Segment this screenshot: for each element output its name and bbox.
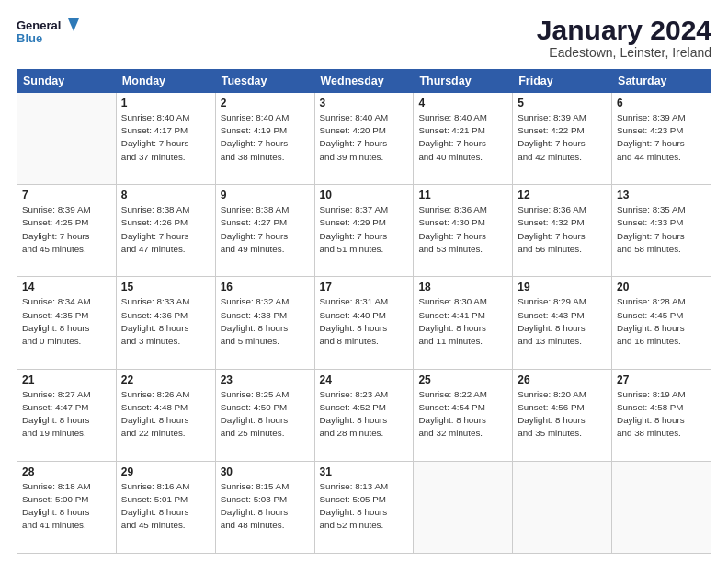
day-info: Sunrise: 8:13 AM Sunset: 5:05 PM Dayligh… — [320, 480, 409, 533]
day-cell: 27Sunrise: 8:19 AM Sunset: 4:58 PM Dayli… — [612, 369, 711, 461]
day-info: Sunrise: 8:40 AM Sunset: 4:20 PM Dayligh… — [320, 111, 409, 164]
day-info: Sunrise: 8:39 AM Sunset: 4:23 PM Dayligh… — [617, 111, 706, 164]
col-friday: Friday — [513, 70, 612, 93]
day-cell: 15Sunrise: 8:33 AM Sunset: 4:36 PM Dayli… — [116, 277, 215, 369]
day-number: 4 — [418, 97, 507, 109]
title-block: January 2024 Eadestown, Leinster, Irelan… — [537, 15, 711, 60]
col-monday: Monday — [116, 70, 215, 93]
day-cell: 8Sunrise: 8:38 AM Sunset: 4:26 PM Daylig… — [116, 185, 215, 277]
day-number: 31 — [320, 465, 409, 478]
day-cell — [513, 461, 612, 553]
day-number: 8 — [121, 189, 210, 201]
day-number: 1 — [121, 97, 210, 109]
day-cell: 5Sunrise: 8:39 AM Sunset: 4:22 PM Daylig… — [513, 93, 612, 185]
week-row-3: 14Sunrise: 8:34 AM Sunset: 4:35 PM Dayli… — [17, 277, 711, 369]
day-number: 15 — [121, 281, 210, 293]
week-row-1: 1Sunrise: 8:40 AM Sunset: 4:17 PM Daylig… — [17, 93, 711, 185]
day-cell: 31Sunrise: 8:13 AM Sunset: 5:05 PM Dayli… — [314, 461, 414, 553]
day-cell: 13Sunrise: 8:35 AM Sunset: 4:33 PM Dayli… — [612, 185, 711, 277]
day-cell: 14Sunrise: 8:34 AM Sunset: 4:35 PM Dayli… — [17, 277, 117, 369]
day-number: 20 — [617, 281, 706, 293]
day-cell: 19Sunrise: 8:29 AM Sunset: 4:43 PM Dayli… — [513, 277, 612, 369]
day-info: Sunrise: 8:18 AM Sunset: 5:00 PM Dayligh… — [22, 480, 111, 533]
day-cell: 30Sunrise: 8:15 AM Sunset: 5:03 PM Dayli… — [215, 461, 314, 553]
day-info: Sunrise: 8:23 AM Sunset: 4:52 PM Dayligh… — [320, 388, 409, 441]
week-row-4: 21Sunrise: 8:27 AM Sunset: 4:47 PM Dayli… — [17, 369, 711, 461]
day-number: 14 — [22, 281, 111, 293]
day-cell: 29Sunrise: 8:16 AM Sunset: 5:01 PM Dayli… — [116, 461, 215, 553]
day-number: 25 — [418, 373, 507, 386]
location-subtitle: Eadestown, Leinster, Ireland — [537, 45, 711, 60]
day-cell — [17, 93, 117, 185]
day-info: Sunrise: 8:30 AM Sunset: 4:41 PM Dayligh… — [418, 295, 507, 348]
day-info: Sunrise: 8:20 AM Sunset: 4:56 PM Dayligh… — [518, 388, 607, 441]
day-number: 10 — [320, 189, 409, 201]
day-number: 23 — [221, 373, 310, 386]
day-info: Sunrise: 8:40 AM Sunset: 4:19 PM Dayligh… — [221, 111, 310, 164]
calendar-table: Sunday Monday Tuesday Wednesday Thursday… — [17, 69, 711, 554]
day-cell: 28Sunrise: 8:18 AM Sunset: 5:00 PM Dayli… — [17, 461, 117, 553]
day-info: Sunrise: 8:38 AM Sunset: 4:27 PM Dayligh… — [221, 203, 310, 256]
day-info: Sunrise: 8:29 AM Sunset: 4:43 PM Dayligh… — [518, 295, 607, 348]
day-number: 6 — [617, 97, 706, 109]
day-number: 5 — [518, 97, 607, 109]
header-row: Sunday Monday Tuesday Wednesday Thursday… — [17, 70, 711, 93]
day-number: 7 — [22, 189, 111, 201]
day-cell: 1Sunrise: 8:40 AM Sunset: 4:17 PM Daylig… — [116, 93, 215, 185]
col-tuesday: Tuesday — [215, 70, 314, 93]
day-cell — [414, 461, 513, 553]
month-year-title: January 2024 — [537, 15, 711, 45]
day-cell: 3Sunrise: 8:40 AM Sunset: 4:20 PM Daylig… — [314, 93, 414, 185]
day-number: 18 — [418, 281, 507, 293]
day-cell: 16Sunrise: 8:32 AM Sunset: 4:38 PM Dayli… — [215, 277, 314, 369]
day-info: Sunrise: 8:15 AM Sunset: 5:03 PM Dayligh… — [221, 480, 310, 533]
day-cell: 12Sunrise: 8:36 AM Sunset: 4:32 PM Dayli… — [513, 185, 612, 277]
day-info: Sunrise: 8:16 AM Sunset: 5:01 PM Dayligh… — [121, 480, 210, 533]
day-cell: 7Sunrise: 8:39 AM Sunset: 4:25 PM Daylig… — [17, 185, 117, 277]
page: General Blue January 2024 Eadestown, Lei… — [0, 0, 728, 563]
day-info: Sunrise: 8:34 AM Sunset: 4:35 PM Dayligh… — [22, 295, 111, 348]
day-number: 29 — [121, 465, 210, 478]
day-number: 16 — [221, 281, 310, 293]
day-info: Sunrise: 8:26 AM Sunset: 4:48 PM Dayligh… — [121, 388, 210, 441]
day-info: Sunrise: 8:28 AM Sunset: 4:45 PM Dayligh… — [617, 295, 706, 348]
day-cell: 21Sunrise: 8:27 AM Sunset: 4:47 PM Dayli… — [17, 369, 117, 461]
day-info: Sunrise: 8:32 AM Sunset: 4:38 PM Dayligh… — [221, 295, 310, 348]
day-cell: 24Sunrise: 8:23 AM Sunset: 4:52 PM Dayli… — [314, 369, 414, 461]
day-number: 21 — [22, 373, 111, 386]
svg-text:Blue: Blue — [17, 31, 42, 45]
day-cell: 10Sunrise: 8:37 AM Sunset: 4:29 PM Dayli… — [314, 185, 414, 277]
day-info: Sunrise: 8:36 AM Sunset: 4:32 PM Dayligh… — [518, 203, 607, 256]
day-cell: 25Sunrise: 8:22 AM Sunset: 4:54 PM Dayli… — [414, 369, 513, 461]
day-cell: 11Sunrise: 8:36 AM Sunset: 4:30 PM Dayli… — [414, 185, 513, 277]
day-info: Sunrise: 8:39 AM Sunset: 4:25 PM Dayligh… — [22, 203, 111, 256]
day-info: Sunrise: 8:36 AM Sunset: 4:30 PM Dayligh… — [418, 203, 507, 256]
day-info: Sunrise: 8:40 AM Sunset: 4:21 PM Dayligh… — [418, 111, 507, 164]
day-number: 2 — [221, 97, 310, 109]
day-cell: 17Sunrise: 8:31 AM Sunset: 4:40 PM Dayli… — [314, 277, 414, 369]
day-cell: 6Sunrise: 8:39 AM Sunset: 4:23 PM Daylig… — [612, 93, 711, 185]
day-info: Sunrise: 8:22 AM Sunset: 4:54 PM Dayligh… — [418, 388, 507, 441]
day-cell: 22Sunrise: 8:26 AM Sunset: 4:48 PM Dayli… — [116, 369, 215, 461]
day-number: 11 — [418, 189, 507, 201]
day-info: Sunrise: 8:38 AM Sunset: 4:26 PM Dayligh… — [121, 203, 210, 256]
logo-svg: General Blue — [17, 15, 81, 55]
day-number: 3 — [320, 97, 409, 109]
header: General Blue January 2024 Eadestown, Lei… — [17, 15, 711, 60]
week-row-5: 28Sunrise: 8:18 AM Sunset: 5:00 PM Dayli… — [17, 461, 711, 553]
day-cell: 23Sunrise: 8:25 AM Sunset: 4:50 PM Dayli… — [215, 369, 314, 461]
day-number: 17 — [320, 281, 409, 293]
day-info: Sunrise: 8:31 AM Sunset: 4:40 PM Dayligh… — [320, 295, 409, 348]
day-info: Sunrise: 8:35 AM Sunset: 4:33 PM Dayligh… — [617, 203, 706, 256]
day-info: Sunrise: 8:27 AM Sunset: 4:47 PM Dayligh… — [22, 388, 111, 441]
logo: General Blue — [17, 15, 81, 55]
day-cell: 26Sunrise: 8:20 AM Sunset: 4:56 PM Dayli… — [513, 369, 612, 461]
day-number: 13 — [617, 189, 706, 201]
day-cell: 18Sunrise: 8:30 AM Sunset: 4:41 PM Dayli… — [414, 277, 513, 369]
col-sunday: Sunday — [17, 70, 117, 93]
day-info: Sunrise: 8:39 AM Sunset: 4:22 PM Dayligh… — [518, 111, 607, 164]
day-info: Sunrise: 8:19 AM Sunset: 4:58 PM Dayligh… — [617, 388, 706, 441]
day-info: Sunrise: 8:33 AM Sunset: 4:36 PM Dayligh… — [121, 295, 210, 348]
col-saturday: Saturday — [612, 70, 711, 93]
col-thursday: Thursday — [414, 70, 513, 93]
